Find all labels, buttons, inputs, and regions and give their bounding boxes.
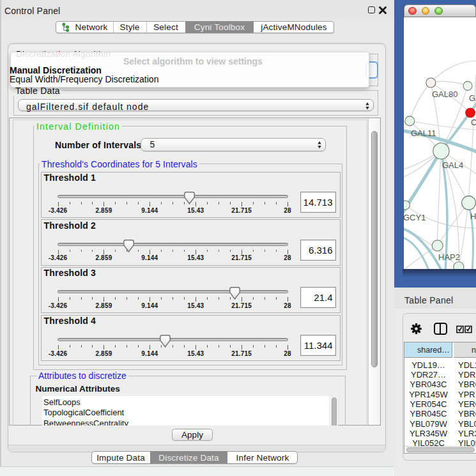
svg-text:GAL80: GAL80 <box>432 89 457 99</box>
svg-text:GAL4: GAL4 <box>442 160 463 170</box>
svg-text:GAL11: GAL11 <box>411 128 436 138</box>
svg-text:GAL7: GAL7 <box>469 93 476 103</box>
svg-text:HIS4: HIS4 <box>470 211 476 221</box>
svg-text:GCY1: GCY1 <box>404 213 426 222</box>
svg-text:C: C <box>471 118 476 127</box>
svg-text:HAP2: HAP2 <box>438 252 460 262</box>
